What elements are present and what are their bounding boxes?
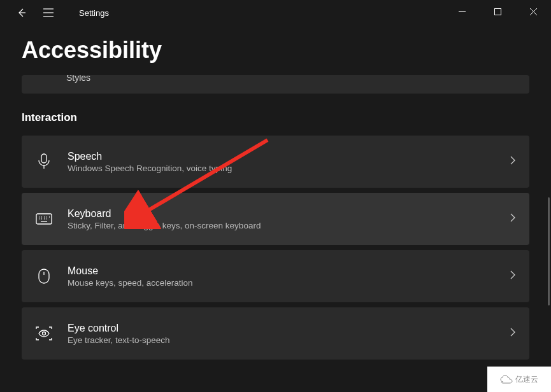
svg-rect-20	[39, 269, 49, 283]
card-subtitle-eye-control: Eye tracker, text-to-speech	[68, 335, 510, 345]
watermark-cloud-icon	[500, 375, 513, 384]
settings-card-speech[interactable]: Speech Windows Speech Recognition, voice…	[22, 136, 529, 188]
card-subtitle-speech: Windows Speech Recognition, voice typing	[68, 164, 510, 173]
page-title: Accessibility	[22, 37, 529, 64]
card-text-eye-control: Eye control Eye tracker, text-to-speech	[68, 323, 510, 345]
close-icon	[530, 8, 537, 15]
partial-card-subtitle: Styles	[66, 75, 90, 83]
card-title-eye-control: Eye control	[68, 323, 510, 334]
scrollbar-thumb[interactable]	[548, 197, 550, 305]
minimize-icon	[459, 8, 466, 15]
partial-settings-card[interactable]: Styles	[22, 75, 529, 94]
svg-rect-7	[41, 154, 47, 163]
chevron-right-icon	[510, 213, 515, 225]
card-title-speech: Speech	[68, 151, 510, 162]
app-title: Settings	[79, 8, 109, 18]
hamburger-icon	[43, 8, 54, 17]
maximize-button[interactable]	[480, 0, 515, 23]
card-subtitle-mouse: Mouse keys, speed, acceleration	[68, 278, 510, 288]
chevron-right-icon	[510, 270, 515, 282]
settings-card-keyboard[interactable]: Keyboard Sticky, Filter, and Toggle keys…	[22, 193, 529, 245]
watermark-text: 亿速云	[515, 374, 538, 385]
titlebar: Settings	[0, 0, 551, 25]
menu-button[interactable]	[41, 5, 56, 20]
card-text-keyboard: Keyboard Sticky, Filter, and Toggle keys…	[68, 208, 510, 230]
chevron-right-icon	[510, 156, 515, 167]
card-title-mouse: Mouse	[68, 265, 510, 277]
minimize-button[interactable]	[444, 0, 480, 23]
card-title-keyboard: Keyboard	[68, 208, 510, 220]
eye-control-icon	[36, 325, 52, 342]
card-subtitle-keyboard: Sticky, Filter, and Toggle keys, on-scre…	[68, 221, 510, 230]
section-header-interaction: Interaction	[22, 111, 529, 124]
titlebar-left: Settings	[0, 5, 109, 20]
window-controls	[444, 0, 551, 23]
maximize-icon	[494, 8, 501, 15]
content-area: Accessibility Styles Interaction Speech …	[0, 37, 551, 360]
card-text-speech: Speech Windows Speech Recognition, voice…	[68, 151, 510, 173]
svg-point-22	[43, 332, 46, 335]
close-button[interactable]	[515, 0, 551, 23]
watermark-content: 亿速云	[500, 374, 538, 385]
watermark: 亿速云	[487, 367, 551, 392]
settings-card-eye-control[interactable]: Eye control Eye tracker, text-to-speech	[22, 307, 529, 360]
mouse-icon	[36, 268, 52, 284]
microphone-icon	[36, 153, 52, 170]
back-arrow-icon	[17, 8, 27, 18]
svg-rect-4	[494, 8, 501, 15]
chevron-right-icon	[510, 328, 515, 339]
back-button[interactable]	[14, 5, 29, 20]
keyboard-icon	[36, 211, 52, 227]
settings-card-mouse[interactable]: Mouse Mouse keys, speed, acceleration	[22, 250, 529, 302]
card-text-mouse: Mouse Mouse keys, speed, acceleration	[68, 265, 510, 288]
